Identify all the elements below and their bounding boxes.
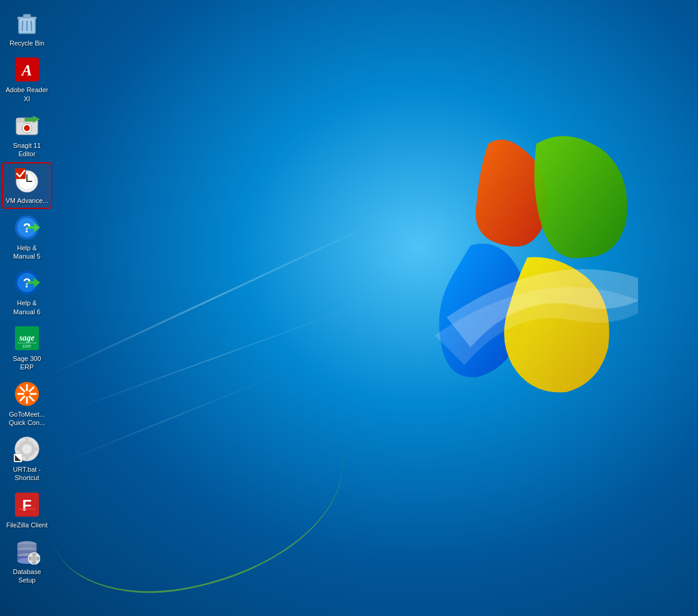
- vm-advanced-icon: [13, 166, 41, 195]
- desktop-icon-adobe-reader[interactable]: A Adobe Reader XI: [3, 53, 51, 105]
- decoration-green-curve: [35, 382, 360, 611]
- goto-label: GoToMeet... Quick Con...: [5, 410, 48, 427]
- svg-rect-61: [29, 557, 31, 560]
- svg-text:A: A: [20, 62, 32, 79]
- svg-point-12: [24, 125, 30, 131]
- svg-point-40: [22, 444, 32, 454]
- desktop-icon-snagit[interactable]: Snagit 11 Editor: [3, 108, 51, 161]
- recycle-bin-label: Recycle Bin: [10, 39, 44, 47]
- help-manual-5-icon: ?: [13, 213, 41, 242]
- desktop-icon-filezilla[interactable]: F FileZilla Client: [3, 488, 51, 532]
- snagit-label: Snagit 11 Editor: [5, 141, 48, 159]
- urt-bat-label: URT.bat - Shortcut: [5, 465, 48, 483]
- svg-rect-49: [19, 508, 35, 510]
- svg-rect-62: [37, 557, 40, 560]
- svg-point-37: [24, 391, 30, 397]
- svg-text:ERP: ERP: [23, 344, 32, 348]
- svg-rect-59: [32, 553, 36, 556]
- svg-point-58: [31, 556, 37, 562]
- help-manual-6-icon: ?: [13, 268, 41, 297]
- windows-logo: [351, 108, 638, 407]
- svg-text:F: F: [22, 496, 32, 514]
- svg-rect-44: [33, 447, 38, 451]
- database-setup-icon: [13, 537, 41, 566]
- sage-icon: sage ERP: [13, 324, 41, 353]
- svg-rect-60: [32, 562, 36, 564]
- desktop-icon-database-setup[interactable]: Database Setup: [3, 535, 51, 587]
- desktop-icon-help-manual-5[interactable]: ? Help & Manual 5: [3, 211, 51, 263]
- svg-rect-2: [23, 14, 31, 17]
- desktop-icon-urt-bat[interactable]: URT.bat - Shortcut: [3, 432, 51, 485]
- svg-rect-41: [25, 438, 29, 443]
- svg-rect-43: [16, 447, 21, 451]
- snagit-icon: [13, 111, 41, 139]
- adobe-reader-label: Adobe Reader XI: [5, 86, 48, 103]
- sage-label: Sage 300 ERP: [5, 354, 48, 372]
- svg-line-3: [22, 20, 23, 31]
- help-manual-6-label: Help & Manual 6: [5, 299, 48, 316]
- desktop-icons-area: Recycle Bin A Adobe Reader XI: [0, 0, 54, 616]
- urt-bat-icon: [13, 435, 41, 463]
- desktop-icon-vm-advanced[interactable]: VM Advance...: [3, 163, 51, 207]
- database-setup-label: Database Setup: [5, 568, 48, 585]
- recycle-bin-icon: [13, 8, 41, 37]
- svg-rect-42: [25, 455, 29, 460]
- goto-icon: [13, 380, 41, 408]
- svg-line-5: [31, 20, 32, 31]
- filezilla-label: FileZilla Client: [6, 521, 47, 529]
- adobe-reader-icon: A: [13, 55, 41, 84]
- desktop-icon-recycle-bin[interactable]: Recycle Bin: [3, 6, 51, 50]
- desktop-icon-sage-300-erp[interactable]: sage ERP Sage 300 ERP: [3, 321, 51, 374]
- desktop-icon-goto-meeting[interactable]: GoToMeet... Quick Con...: [3, 377, 51, 430]
- filezilla-icon: F: [13, 490, 41, 519]
- decoration-streak-1: [46, 223, 372, 377]
- desktop: Recycle Bin A Adobe Reader XI: [0, 0, 698, 616]
- svg-rect-6: [20, 18, 34, 21]
- svg-text:sage: sage: [19, 333, 35, 342]
- svg-rect-14: [25, 118, 33, 122]
- vm-advanced-label: VM Advance...: [6, 196, 48, 205]
- help-manual-5-label: Help & Manual 5: [5, 244, 48, 261]
- desktop-icon-help-manual-6[interactable]: ? Help & Manual 6: [3, 266, 51, 318]
